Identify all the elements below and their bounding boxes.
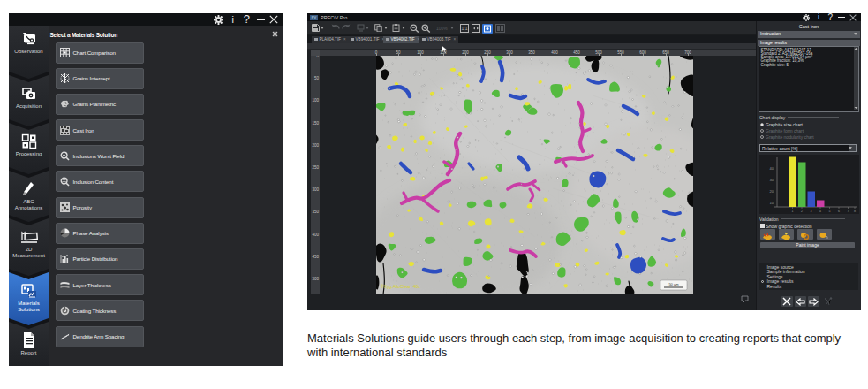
- svg-text:20: 20: [770, 189, 774, 194]
- svg-text:2: 2: [801, 210, 803, 213]
- svg-text:3: 3: [811, 210, 812, 213]
- svg-text:5: 5: [829, 210, 831, 213]
- svg-text:1:1: 1:1: [462, 26, 468, 31]
- svg-text:1: 1: [792, 210, 794, 213]
- svg-text:6: 6: [838, 210, 840, 213]
- svg-text:50 µm: 50 µm: [668, 282, 679, 286]
- svg-text:40: 40: [770, 166, 774, 171]
- svg-text:30: 30: [770, 178, 774, 182]
- svg-text:8: 8: [854, 210, 856, 213]
- svg-text:4: 4: [819, 210, 821, 213]
- svg-text:©Xyg.AlloClear 40x: ©Xyg.AlloClear 40x: [381, 284, 420, 289]
- svg-text:7: 7: [848, 210, 849, 213]
- svg-text:10: 10: [770, 201, 774, 205]
